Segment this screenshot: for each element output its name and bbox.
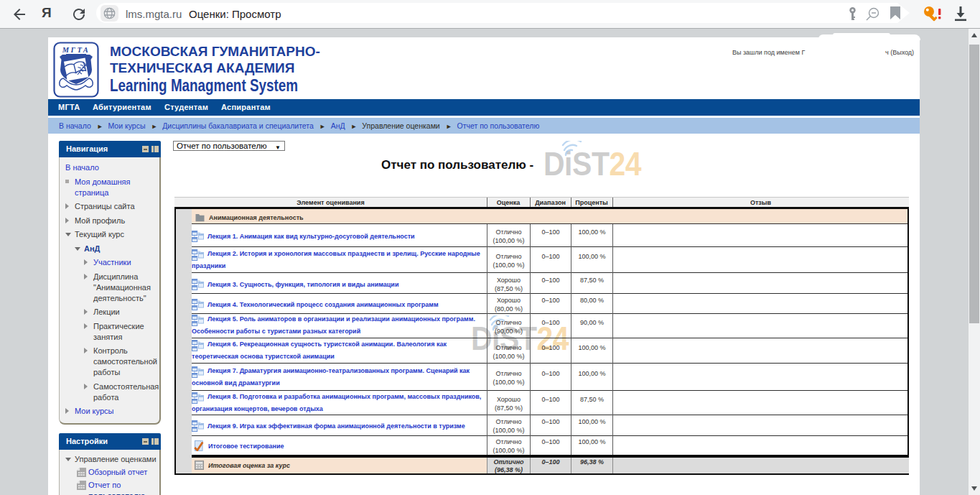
svg-text:МГТА: МГТА [62,46,90,54]
